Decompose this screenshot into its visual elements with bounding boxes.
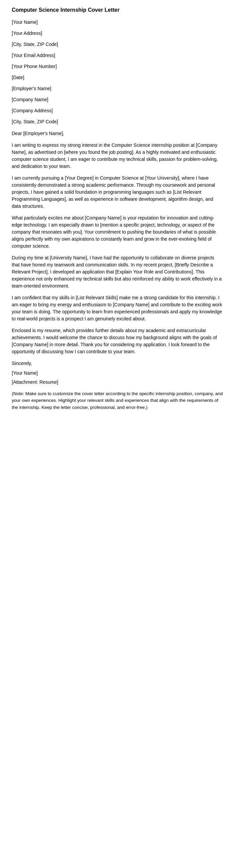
company-name: [Company Name] — [12, 96, 223, 103]
paragraph-2: I am currently pursuing a [Your Degree] … — [12, 175, 223, 210]
note-text: (Note: Make sure to customize the cover … — [12, 391, 223, 411]
sender-name: [Your Name] — [12, 19, 223, 26]
attachment-label: [Attachment: Resume] — [12, 379, 223, 386]
sender-address: [Your Address] — [12, 30, 223, 37]
paragraph-6: Enclosed is my resume, which provides fu… — [12, 327, 223, 355]
paragraph-1: I am writing to express my strong intere… — [12, 142, 223, 170]
signature-name: [Your Name] — [12, 370, 223, 377]
document-title: Computer Science Internship Cover Letter — [12, 6, 223, 14]
closing: Sincerely, — [12, 360, 223, 367]
date: [Date] — [12, 74, 223, 81]
employer-name: [Employer's Name] — [12, 85, 223, 92]
salutation: Dear [Employer's Name], — [12, 130, 223, 137]
sender-phone: [Your Phone Number] — [12, 63, 223, 70]
sender-city-state-zip: [City, State, ZIP Code] — [12, 41, 223, 48]
sender-address-block: [Your Name] [Your Address] [City, State,… — [12, 19, 223, 125]
company-address: [Company Address] — [12, 107, 223, 114]
company-city-state-zip: [City, State, ZIP Code] — [12, 118, 223, 125]
paragraph-4: During my time at [University Name], I h… — [12, 254, 223, 289]
paragraph-5: I am confident that my skills in [List R… — [12, 294, 223, 322]
sender-email: [Your Email Address] — [12, 52, 223, 59]
paragraph-3: What particularly excites me about [Comp… — [12, 215, 223, 250]
document-container: Computer Science Internship Cover Letter… — [12, 6, 223, 411]
